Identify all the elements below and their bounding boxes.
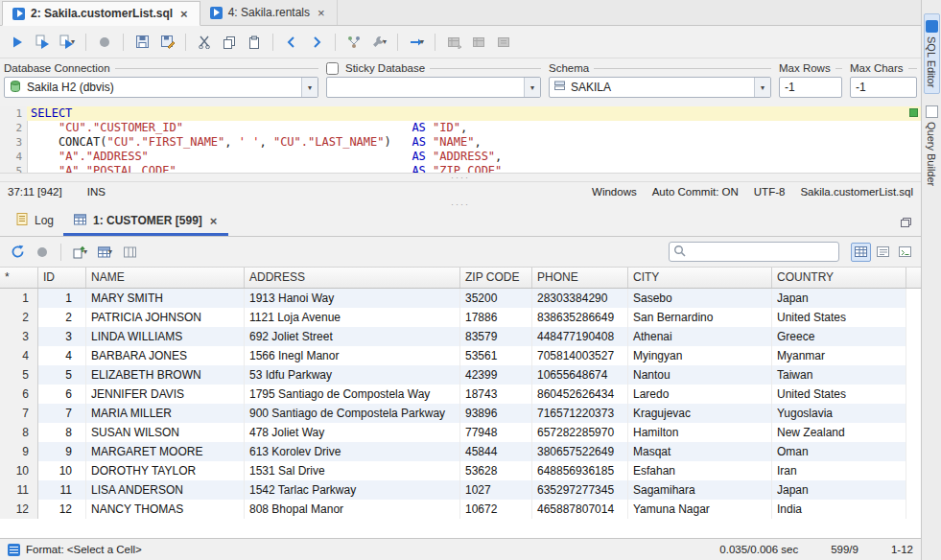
table-cell[interactable]: 28303384290 <box>532 289 628 308</box>
insert-rows-button[interactable] <box>442 31 465 54</box>
paste-button[interactable] <box>243 31 266 54</box>
table-cell[interactable]: 705814003527 <box>532 346 628 365</box>
save-button[interactable] <box>130 31 153 54</box>
text-view-button[interactable] <box>895 243 915 262</box>
table-cell[interactable]: United States <box>772 385 906 404</box>
database-connection-select[interactable]: Sakila H2 (dbvis) ▾ <box>4 77 318 98</box>
execute-button[interactable] <box>6 31 29 54</box>
table-cell[interactable]: 11 <box>38 480 86 500</box>
row-number[interactable]: 12 <box>0 500 38 519</box>
table-cell[interactable]: 1566 Inegl Manor <box>245 346 460 365</box>
table-cell[interactable]: 5 <box>38 365 86 385</box>
table-cell[interactable]: MARIA MILLER <box>86 404 245 423</box>
table-cell[interactable]: 465887807014 <box>532 500 628 519</box>
editor-settings-button[interactable]: ▾ <box>367 31 390 54</box>
table-cell[interactable]: 9 <box>38 442 86 461</box>
table-cell[interactable]: 53561 <box>460 346 532 365</box>
table-cell[interactable]: 3 <box>38 327 86 346</box>
grid-options-button[interactable]: ▾ <box>93 241 116 264</box>
table-cell[interactable]: MARGARET MOORE <box>86 442 245 461</box>
table-cell[interactable]: 808 Bhopal Manor <box>245 500 460 519</box>
stop-load-button[interactable] <box>31 241 54 264</box>
table-cell[interactable]: 716571220373 <box>532 404 628 423</box>
database-select[interactable]: ▾ <box>326 77 541 98</box>
chevron-down-icon[interactable]: ▾ <box>301 78 318 97</box>
table-cell[interactable]: 900 Santiago de Compostela Parkway <box>245 404 460 423</box>
grid-view-button[interactable] <box>851 243 871 262</box>
column-header-name[interactable]: NAME <box>86 268 245 288</box>
sql-line[interactable]: 5 "A"."POSTAL_CODE" AS "ZIP_CODE", <box>0 164 921 174</box>
table-cell[interactable]: 18743 <box>460 385 532 404</box>
sql-flow-button[interactable] <box>342 31 365 54</box>
table-cell[interactable]: 635297277345 <box>532 480 628 500</box>
column-header-address[interactable]: ADDRESS <box>245 268 460 288</box>
maximize-result-icon[interactable] <box>896 213 915 232</box>
sticky-database-checkbox[interactable] <box>326 62 339 75</box>
table-cell[interactable]: 1 <box>38 289 86 308</box>
table-cell[interactable]: 692 Joliet Street <box>245 327 460 346</box>
editor-splitter[interactable]: ···· <box>0 174 921 181</box>
table-cell[interactable]: DOROTHY TAYLOR <box>86 461 245 480</box>
table-cell[interactable]: SUSAN WILSON <box>86 423 245 442</box>
column-header-phone[interactable]: PHONE <box>532 268 628 288</box>
sql-code-area[interactable]: 1SELECT2 "CU"."CUSTOMER_ID" AS "ID",3 CO… <box>0 106 921 174</box>
row-number[interactable]: 10 <box>0 461 38 480</box>
table-cell[interactable]: MARY SMITH <box>86 289 245 308</box>
table-cell[interactable]: Hamilton <box>628 423 772 442</box>
tab-customer-result[interactable]: 1: CUSTOMER [599] × <box>63 208 228 236</box>
table-cell[interactable]: 17886 <box>460 308 532 327</box>
table-cell[interactable]: 93896 <box>460 404 532 423</box>
table-cell[interactable]: 613 Korolev Drive <box>245 442 460 461</box>
table-cell[interactable]: 10672 <box>460 500 532 519</box>
sql-editor[interactable]: 1SELECT2 "CU"."CUSTOMER_ID" AS "ID",3 CO… <box>0 106 921 174</box>
row-number[interactable]: 11 <box>0 480 38 500</box>
tab-customerlist-sql[interactable]: 2: Sakila.customerList.sql × <box>2 1 200 26</box>
table-cell[interactable]: Greece <box>772 327 906 346</box>
sql-line[interactable]: 2 "CU"."CUSTOMER_ID" AS "ID", <box>0 121 921 135</box>
table-cell[interactable]: 12 <box>38 500 86 519</box>
grid-import-button[interactable] <box>492 31 515 54</box>
column-header-id[interactable]: ID <box>38 268 86 288</box>
table-cell[interactable]: Nantou <box>628 365 772 385</box>
table-cell[interactable]: 42399 <box>460 365 532 385</box>
column-setup-button[interactable] <box>118 241 141 264</box>
table-cell[interactable]: NANCY THOMAS <box>86 500 245 519</box>
table-cell[interactable]: 10655648674 <box>532 365 628 385</box>
table-cell[interactable]: ELIZABETH BROWN <box>86 365 245 385</box>
row-number[interactable]: 4 <box>0 346 38 365</box>
tab-rentals[interactable]: 4: Sakila.rentals × <box>200 0 338 25</box>
table-cell[interactable]: Yugoslavia <box>772 404 906 423</box>
result-search-input[interactable] <box>690 245 835 260</box>
table-cell[interactable]: Myingyan <box>628 346 772 365</box>
table-cell[interactable]: LINDA WILLIAMS <box>86 327 245 346</box>
run-script-button[interactable]: ▾ <box>405 31 428 54</box>
table-cell[interactable]: 8 <box>38 423 86 442</box>
column-header-country[interactable]: COUNTRY <box>772 268 906 288</box>
table-cell[interactable]: 2 <box>38 308 86 327</box>
table-cell[interactable]: 77948 <box>460 423 532 442</box>
grid-export-button[interactable] <box>467 31 490 54</box>
row-number[interactable]: 9 <box>0 442 38 461</box>
table-cell[interactable]: Oman <box>772 442 906 461</box>
table-cell[interactable]: Myanmar <box>772 346 906 365</box>
table-cell[interactable]: 7 <box>38 404 86 423</box>
table-cell[interactable]: 53 Idfu Parkway <box>245 365 460 385</box>
copy-button[interactable] <box>218 31 241 54</box>
table-cell[interactable]: San Bernardino <box>628 308 772 327</box>
table-cell[interactable]: United States <box>772 308 906 327</box>
table-cell[interactable]: 1795 Santiago de Compostela Way <box>245 385 460 404</box>
table-cell[interactable]: 45844 <box>460 442 532 461</box>
row-number[interactable]: 1 <box>0 289 38 308</box>
sql-line[interactable]: 3 CONCAT("CU"."FIRST_NAME", ' ', "CU"."L… <box>0 135 921 150</box>
table-cell[interactable]: Esfahan <box>628 461 772 480</box>
table-cell[interactable]: 648856936185 <box>532 461 628 480</box>
close-tab-icon[interactable]: × <box>316 7 327 19</box>
table-cell[interactable]: 838635286649 <box>532 308 628 327</box>
stop-record-button[interactable] <box>93 31 116 54</box>
sql-line[interactable]: 1SELECT <box>0 106 921 121</box>
table-cell[interactable]: 657282285970 <box>532 423 628 442</box>
column-header-zipcode[interactable]: ZIP CODE <box>460 268 532 288</box>
table-cell[interactable]: 380657522649 <box>532 442 628 461</box>
table-cell[interactable]: India <box>772 500 906 519</box>
close-tab-icon[interactable]: × <box>178 8 190 20</box>
